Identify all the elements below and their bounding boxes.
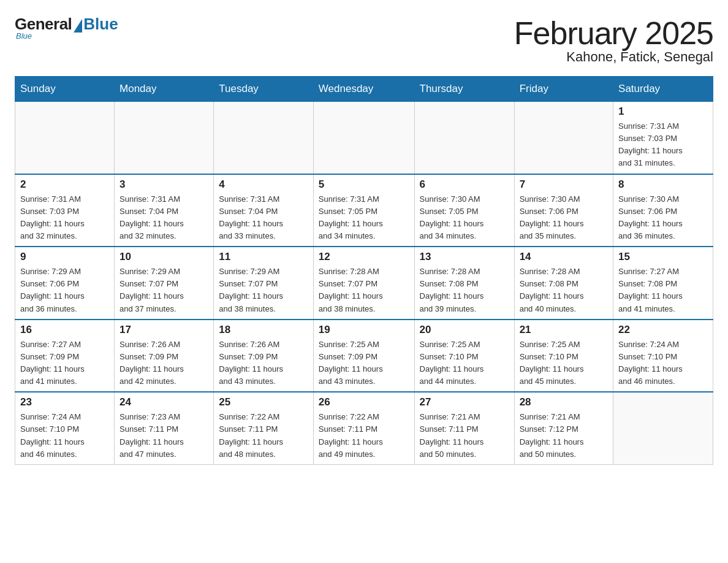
- week-row-4: 16Sunrise: 7:27 AMSunset: 7:09 PMDayligh…: [15, 320, 713, 393]
- day-number: 18: [219, 324, 308, 336]
- logo-triangle-icon: [74, 19, 82, 33]
- day-number: 28: [520, 396, 608, 408]
- weekday-header-monday: Monday: [115, 77, 214, 102]
- title-block: February 2025 Kahone, Fatick, Senegal: [514, 15, 713, 65]
- day-number: 9: [20, 251, 109, 263]
- calendar-cell: 20Sunrise: 7:25 AMSunset: 7:10 PMDayligh…: [414, 320, 514, 393]
- calendar-cell: 24Sunrise: 7:23 AMSunset: 7:11 PMDayligh…: [115, 392, 214, 464]
- day-info: Sunrise: 7:29 AMSunset: 7:07 PMDaylight:…: [119, 266, 208, 315]
- calendar-cell: [115, 102, 214, 174]
- day-info: Sunrise: 7:31 AMSunset: 7:04 PMDaylight:…: [119, 193, 208, 243]
- day-info: Sunrise: 7:30 AMSunset: 7:06 PMDaylight:…: [618, 193, 708, 243]
- calendar-cell: 15Sunrise: 7:27 AMSunset: 7:08 PMDayligh…: [613, 247, 713, 320]
- calendar-cell: [15, 102, 115, 174]
- day-number: 2: [20, 178, 109, 191]
- header: General Blue Blue February 2025 Kahone, …: [15, 15, 713, 65]
- day-info: Sunrise: 7:30 AMSunset: 7:06 PMDaylight:…: [520, 193, 608, 243]
- month-title: February 2025: [514, 15, 713, 52]
- day-info: Sunrise: 7:31 AMSunset: 7:03 PMDaylight:…: [20, 193, 109, 243]
- calendar: SundayMondayTuesdayWednesdayThursdayFrid…: [15, 76, 713, 465]
- calendar-cell: 22Sunrise: 7:24 AMSunset: 7:10 PMDayligh…: [613, 320, 713, 393]
- calendar-cell: [313, 102, 414, 174]
- calendar-cell: 25Sunrise: 7:22 AMSunset: 7:11 PMDayligh…: [214, 392, 314, 464]
- day-number: 25: [219, 396, 308, 408]
- calendar-cell: 18Sunrise: 7:26 AMSunset: 7:09 PMDayligh…: [214, 320, 314, 393]
- day-number: 11: [219, 251, 308, 263]
- day-info: Sunrise: 7:24 AMSunset: 7:10 PMDaylight:…: [618, 339, 708, 388]
- day-number: 4: [219, 178, 308, 191]
- day-number: 12: [319, 251, 409, 263]
- day-number: 19: [319, 324, 409, 336]
- day-info: Sunrise: 7:29 AMSunset: 7:07 PMDaylight:…: [219, 266, 308, 315]
- calendar-cell: [414, 102, 514, 174]
- week-row-3: 9Sunrise: 7:29 AMSunset: 7:06 PMDaylight…: [15, 247, 713, 320]
- day-number: 3: [119, 178, 208, 191]
- calendar-cell: 28Sunrise: 7:21 AMSunset: 7:12 PMDayligh…: [514, 392, 613, 464]
- weekday-header-tuesday: Tuesday: [214, 77, 314, 102]
- day-info: Sunrise: 7:25 AMSunset: 7:10 PMDaylight:…: [420, 339, 509, 388]
- calendar-cell: 17Sunrise: 7:26 AMSunset: 7:09 PMDayligh…: [115, 320, 214, 393]
- day-info: Sunrise: 7:29 AMSunset: 7:06 PMDaylight:…: [20, 266, 109, 315]
- day-info: Sunrise: 7:31 AMSunset: 7:03 PMDaylight:…: [618, 120, 708, 170]
- calendar-cell: 23Sunrise: 7:24 AMSunset: 7:10 PMDayligh…: [15, 392, 115, 464]
- weekday-header-saturday: Saturday: [613, 77, 713, 102]
- calendar-cell: 5Sunrise: 7:31 AMSunset: 7:05 PMDaylight…: [313, 174, 414, 247]
- weekday-header-wednesday: Wednesday: [313, 77, 414, 102]
- calendar-cell: 27Sunrise: 7:21 AMSunset: 7:11 PMDayligh…: [414, 392, 514, 464]
- calendar-cell: [214, 102, 314, 174]
- calendar-cell: 2Sunrise: 7:31 AMSunset: 7:03 PMDaylight…: [15, 174, 115, 247]
- calendar-cell: 26Sunrise: 7:22 AMSunset: 7:11 PMDayligh…: [313, 392, 414, 464]
- day-number: 17: [119, 324, 208, 336]
- weekday-header-friday: Friday: [514, 77, 613, 102]
- day-info: Sunrise: 7:30 AMSunset: 7:05 PMDaylight:…: [420, 193, 509, 243]
- day-number: 16: [20, 324, 109, 336]
- day-info: Sunrise: 7:24 AMSunset: 7:10 PMDaylight:…: [20, 411, 109, 461]
- calendar-cell: [613, 392, 713, 464]
- day-number: 10: [119, 251, 208, 263]
- weekday-header-sunday: Sunday: [15, 77, 115, 102]
- day-number: 6: [420, 178, 509, 191]
- day-number: 21: [520, 324, 608, 336]
- calendar-cell: [514, 102, 613, 174]
- day-number: 22: [618, 324, 708, 336]
- day-number: 14: [520, 251, 608, 263]
- day-number: 15: [618, 251, 708, 263]
- day-number: 13: [420, 251, 509, 263]
- calendar-cell: 9Sunrise: 7:29 AMSunset: 7:06 PMDaylight…: [15, 247, 115, 320]
- day-info: Sunrise: 7:26 AMSunset: 7:09 PMDaylight:…: [219, 339, 308, 388]
- day-info: Sunrise: 7:23 AMSunset: 7:11 PMDaylight:…: [119, 411, 208, 461]
- day-info: Sunrise: 7:21 AMSunset: 7:12 PMDaylight:…: [520, 411, 608, 461]
- day-number: 20: [420, 324, 509, 336]
- day-number: 7: [520, 178, 608, 191]
- calendar-cell: 12Sunrise: 7:28 AMSunset: 7:07 PMDayligh…: [313, 247, 414, 320]
- day-info: Sunrise: 7:22 AMSunset: 7:11 PMDaylight:…: [219, 411, 308, 461]
- day-number: 1: [618, 105, 708, 118]
- day-info: Sunrise: 7:21 AMSunset: 7:11 PMDaylight:…: [420, 411, 509, 461]
- week-row-1: 1Sunrise: 7:31 AMSunset: 7:03 PMDaylight…: [15, 102, 713, 174]
- page: General Blue Blue February 2025 Kahone, …: [0, 0, 728, 480]
- day-number: 24: [119, 396, 208, 408]
- day-info: Sunrise: 7:26 AMSunset: 7:09 PMDaylight:…: [119, 339, 208, 388]
- calendar-cell: 3Sunrise: 7:31 AMSunset: 7:04 PMDaylight…: [115, 174, 214, 247]
- day-number: 8: [618, 178, 708, 191]
- calendar-cell: 16Sunrise: 7:27 AMSunset: 7:09 PMDayligh…: [15, 320, 115, 393]
- calendar-cell: 1Sunrise: 7:31 AMSunset: 7:03 PMDaylight…: [613, 102, 713, 174]
- day-info: Sunrise: 7:28 AMSunset: 7:07 PMDaylight:…: [319, 266, 409, 315]
- calendar-cell: 10Sunrise: 7:29 AMSunset: 7:07 PMDayligh…: [115, 247, 214, 320]
- calendar-cell: 11Sunrise: 7:29 AMSunset: 7:07 PMDayligh…: [214, 247, 314, 320]
- calendar-cell: 13Sunrise: 7:28 AMSunset: 7:08 PMDayligh…: [414, 247, 514, 320]
- day-number: 5: [319, 178, 409, 191]
- week-row-2: 2Sunrise: 7:31 AMSunset: 7:03 PMDaylight…: [15, 174, 713, 247]
- week-row-5: 23Sunrise: 7:24 AMSunset: 7:10 PMDayligh…: [15, 392, 713, 464]
- logo-subtitle: Blue: [16, 31, 32, 40]
- day-number: 27: [420, 396, 509, 408]
- day-info: Sunrise: 7:28 AMSunset: 7:08 PMDaylight:…: [520, 266, 608, 315]
- calendar-cell: 4Sunrise: 7:31 AMSunset: 7:04 PMDaylight…: [214, 174, 314, 247]
- logo-blue-text: Blue: [83, 15, 118, 34]
- day-info: Sunrise: 7:31 AMSunset: 7:04 PMDaylight:…: [219, 193, 308, 243]
- day-number: 23: [20, 396, 109, 408]
- day-info: Sunrise: 7:25 AMSunset: 7:09 PMDaylight:…: [319, 339, 409, 388]
- day-info: Sunrise: 7:22 AMSunset: 7:11 PMDaylight:…: [319, 411, 409, 461]
- day-info: Sunrise: 7:25 AMSunset: 7:10 PMDaylight:…: [520, 339, 608, 388]
- day-info: Sunrise: 7:31 AMSunset: 7:05 PMDaylight:…: [319, 193, 409, 243]
